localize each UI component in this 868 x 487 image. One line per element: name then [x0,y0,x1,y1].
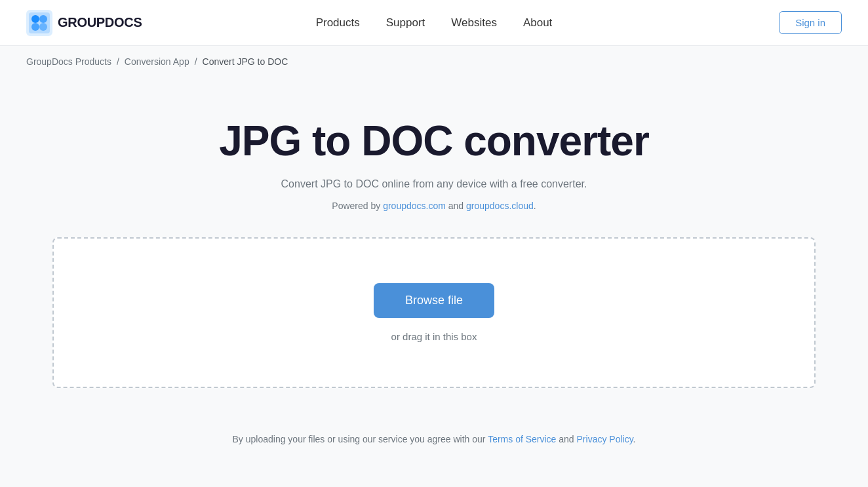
breadcrumb-sep-1: / [117,56,119,67]
groupdocs-cloud-link[interactable]: groupdocs.cloud [466,201,534,211]
drag-text: or drag it in this box [391,331,477,342]
tos-link[interactable]: Terms of Service [488,434,556,444]
drop-zone[interactable]: Browse file or drag it in this box [52,237,816,388]
svg-point-2 [31,15,39,23]
main-content: JPG to DOC converter Convert JPG to DOC … [0,77,868,414]
powered-by-prefix: Powered by [332,201,383,211]
svg-point-4 [31,23,39,31]
groupdocs-logo-icon [26,10,52,36]
powered-by: Powered by groupdocs.com and groupdocs.c… [332,201,536,211]
sign-in-button[interactable]: Sign in [779,11,842,34]
svg-point-3 [39,15,47,23]
footer-note: By uploading your files or using our ser… [0,414,868,464]
privacy-link[interactable]: Privacy Policy [577,434,633,444]
footer-suffix: . [633,434,636,444]
nav-support[interactable]: Support [386,16,425,29]
nav-websites[interactable]: Websites [451,16,497,29]
svg-rect-1 [29,12,50,33]
breadcrumb-sep-2: / [195,56,197,67]
footer-prefix: By uploading your files or using our ser… [233,434,488,444]
breadcrumb-conversion-app[interactable]: Conversion App [125,56,189,67]
header: GROUPDOCS Products Support Websites Abou… [0,0,868,46]
page-subtitle: Convert JPG to DOC online from any devic… [281,178,587,190]
logo-text: GROUPDOCS [58,15,142,30]
breadcrumb-current: Convert JPG to DOC [203,56,288,67]
nav-products[interactable]: Products [316,16,360,29]
main-nav: Products Support Websites About [316,16,553,29]
groupdocs-com-link[interactable]: groupdocs.com [383,201,446,211]
page-title: JPG to DOC converter [219,117,649,165]
nav-about[interactable]: About [523,16,552,29]
breadcrumb-section: GroupDocs Products / Conversion App / Co… [0,46,868,77]
breadcrumb: GroupDocs Products / Conversion App / Co… [26,56,842,67]
svg-point-5 [39,23,47,31]
header-actions: Sign in [779,11,842,34]
powered-by-suffix: . [534,201,536,211]
breadcrumb-groupdocs[interactable]: GroupDocs Products [26,56,111,67]
powered-by-between: and [446,201,466,211]
browse-file-button[interactable]: Browse file [374,283,494,318]
footer-and: and [556,434,576,444]
logo-area: GROUPDOCS [26,10,142,36]
